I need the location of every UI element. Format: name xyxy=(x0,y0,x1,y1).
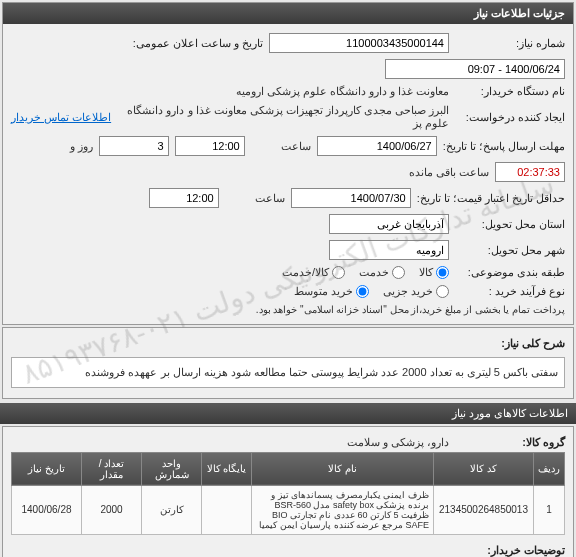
remaining-time-input[interactable] xyxy=(495,162,565,182)
radio-kala-khedmat[interactable]: کالا/خدمت xyxy=(282,266,345,279)
contact-link[interactable]: اطلاعات تماس خریدار xyxy=(11,111,111,124)
radio-small[interactable]: خرید جزیی xyxy=(383,285,449,298)
col-idx: ردیف xyxy=(534,452,565,485)
panel-desc: شرح کلی نیاز: سفتی باکس 5 لیتری به تعداد… xyxy=(2,327,574,399)
process-radio-group: خرید جزیی خرید متوسط xyxy=(294,285,449,298)
col-base: یایگاه کالا xyxy=(202,452,252,485)
col-unit: واحد شمارش xyxy=(142,452,202,485)
radio-khedmat[interactable]: خدمت xyxy=(359,266,405,279)
req-no-label: شماره نیاز: xyxy=(455,37,565,50)
group-value: دارو، پزشکی و سلامت xyxy=(347,436,449,449)
time-label-2: ساعت xyxy=(225,192,285,205)
table-row[interactable]: 1 2134500264850013 ظرف ایمنی یکبارمصرف پ… xyxy=(12,485,565,534)
remaining-label: ساعت باقی مانده xyxy=(409,166,489,179)
desc-box: سفتی باکس 5 لیتری به تعداد 2000 عدد شرای… xyxy=(11,357,565,388)
cell-name: ظرف ایمنی یکبارمصرف پسماندهای تیز و برند… xyxy=(252,485,434,534)
process-label: نوع فرآیند خرید : xyxy=(455,285,565,298)
min-valid-time-input[interactable] xyxy=(149,188,219,208)
category-radio-group: کالا خدمت کالا/خدمت xyxy=(282,266,449,279)
time-label-1: ساعت xyxy=(251,140,311,153)
panel-req-details: جزئیات اطلاعات نیاز شماره نیاز: تاریخ و … xyxy=(2,2,574,325)
days-and-label: روز و xyxy=(70,140,93,153)
panel-goods: گروه کالا: دارو، پزشکی و سلامت ردیف کد ک… xyxy=(2,426,574,558)
radio-medium[interactable]: خرید متوسط xyxy=(294,285,369,298)
cell-code: 2134500264850013 xyxy=(434,485,534,534)
creator-value: البرز صباحی مجدی کارپرداز تجهیزات پزشکی … xyxy=(117,104,449,130)
col-name: نام کالا xyxy=(252,452,434,485)
col-date: تاریخ نیاز xyxy=(12,452,82,485)
buyer-label: نام دستگاه خریدار: xyxy=(455,85,565,98)
cell-qty: 2000 xyxy=(82,485,142,534)
desc-title: شرح کلی نیاز: xyxy=(455,337,565,350)
goods-section-title: اطلاعات کالاهای مورد نیاز xyxy=(0,403,576,424)
min-valid-label: حداقل تاریخ اعتبار قیمت؛ تا تاریخ: xyxy=(417,192,565,205)
cell-unit: کارتن xyxy=(142,485,202,534)
process-note: پرداخت تمام یا بخشی از مبلغ خرید،از محل … xyxy=(256,304,565,315)
deadline-date-input[interactable] xyxy=(317,136,437,156)
pub-date-label: تاریخ و ساعت اعلان عمومی: xyxy=(133,37,263,50)
req-no-input[interactable] xyxy=(269,33,449,53)
deadline-time-input[interactable] xyxy=(175,136,245,156)
goods-table: ردیف کد کالا نام کالا یایگاه کالا واحد ش… xyxy=(11,452,565,535)
province-input[interactable] xyxy=(329,214,449,234)
pub-date-input[interactable] xyxy=(385,59,565,79)
buyer-value: معاونت غذا و دارو دانشگاه علوم پزشکی ارو… xyxy=(236,85,449,98)
cell-idx: 1 xyxy=(534,485,565,534)
days-left-input[interactable] xyxy=(99,136,169,156)
city-label: شهر محل تحویل: xyxy=(455,244,565,257)
col-qty: تعداد / مقدار xyxy=(82,452,142,485)
panel-req-title: جزئیات اطلاعات نیاز xyxy=(3,3,573,24)
extra-label: توضیحات خریدار: xyxy=(455,544,565,557)
creator-label: ایجاد کننده درخواست: xyxy=(455,111,565,124)
deadline-label: مهلت ارسال پاسخ؛ تا تاریخ: xyxy=(443,140,565,153)
col-code: کد کالا xyxy=(434,452,534,485)
min-valid-date-input[interactable] xyxy=(291,188,411,208)
group-label: گروه کالا: xyxy=(455,436,565,449)
cell-base xyxy=(202,485,252,534)
radio-kala[interactable]: کالا xyxy=(419,266,449,279)
province-label: استان محل تحویل: xyxy=(455,218,565,231)
cell-date: 1400/06/28 xyxy=(12,485,82,534)
city-input[interactable] xyxy=(329,240,449,260)
category-label: طبقه بندی موضوعی: xyxy=(455,266,565,279)
